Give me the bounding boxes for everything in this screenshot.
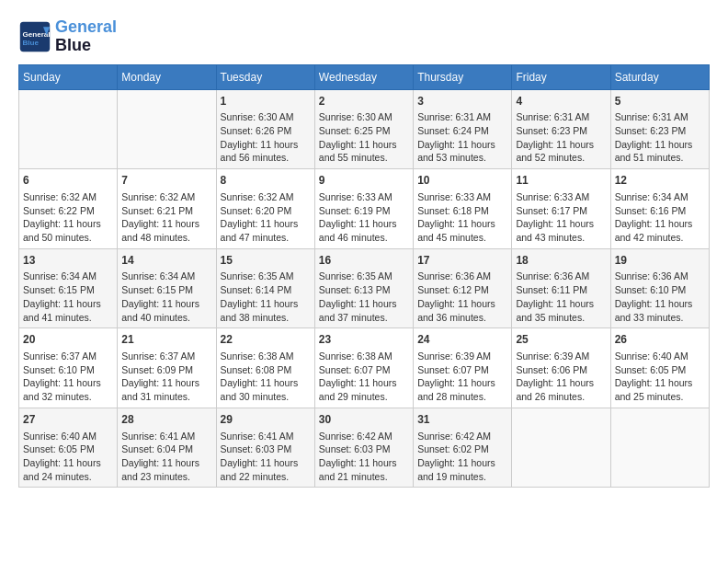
day-number: 11 — [516, 173, 606, 189]
day-info: Sunrise: 6:31 AM — [615, 110, 705, 124]
day-info: Sunrise: 6:38 AM — [221, 350, 311, 363]
day-number: 18 — [516, 253, 606, 269]
calendar-cell: 22Sunrise: 6:38 AMSunset: 6:08 PMDayligh… — [216, 328, 314, 408]
day-number: 25 — [516, 332, 606, 348]
calendar-cell: 14Sunrise: 6:34 AMSunset: 6:15 PMDayligh… — [118, 248, 216, 328]
day-info: Daylight: 11 hours and 28 minutes. — [417, 376, 507, 403]
day-info: Daylight: 11 hours and 45 minutes. — [417, 217, 507, 244]
calendar-cell: 29Sunrise: 6:41 AMSunset: 6:03 PMDayligh… — [216, 408, 314, 488]
week-row-3: 20Sunrise: 6:37 AMSunset: 6:10 PMDayligh… — [19, 328, 710, 408]
day-info: Sunset: 6:03 PM — [221, 442, 311, 456]
calendar-cell — [19, 89, 118, 169]
day-info: Daylight: 11 hours and 48 minutes. — [121, 217, 211, 244]
day-number: 30 — [319, 412, 409, 428]
week-row-1: 6Sunrise: 6:32 AMSunset: 6:22 PMDaylight… — [19, 169, 710, 249]
calendar-cell: 8Sunrise: 6:32 AMSunset: 6:20 PMDaylight… — [216, 169, 314, 249]
page-header: General Blue GeneralBlue — [18, 18, 710, 55]
day-info: Sunset: 6:23 PM — [615, 124, 705, 138]
day-info: Sunset: 6:16 PM — [615, 204, 705, 218]
day-info: Sunset: 6:07 PM — [319, 363, 409, 377]
day-number: 10 — [417, 173, 507, 189]
day-info: Sunrise: 6:35 AM — [221, 270, 311, 283]
day-info: Daylight: 11 hours and 19 minutes. — [417, 456, 507, 483]
day-info: Daylight: 11 hours and 25 minutes. — [615, 376, 705, 403]
calendar-cell: 16Sunrise: 6:35 AMSunset: 6:13 PMDayligh… — [314, 248, 413, 328]
day-info: Sunrise: 6:30 AM — [221, 110, 311, 124]
day-info: Daylight: 11 hours and 47 minutes. — [221, 217, 311, 244]
day-info: Sunrise: 6:39 AM — [417, 350, 507, 363]
header-row: SundayMondayTuesdayWednesdayThursdayFrid… — [19, 64, 710, 89]
day-info: Sunset: 6:20 PM — [221, 204, 311, 218]
day-number: 20 — [23, 332, 113, 348]
day-info: Sunset: 6:26 PM — [221, 124, 311, 138]
calendar-cell: 11Sunrise: 6:33 AMSunset: 6:17 PMDayligh… — [512, 169, 610, 249]
day-info: Sunrise: 6:32 AM — [23, 190, 113, 204]
header-cell-tuesday: Tuesday — [216, 64, 314, 89]
day-info: Sunset: 6:12 PM — [417, 283, 507, 297]
day-info: Daylight: 11 hours and 51 minutes. — [615, 138, 705, 165]
day-number: 23 — [319, 332, 409, 348]
week-row-4: 27Sunrise: 6:40 AMSunset: 6:05 PMDayligh… — [19, 408, 710, 488]
calendar-cell: 20Sunrise: 6:37 AMSunset: 6:10 PMDayligh… — [19, 328, 118, 408]
day-info: Daylight: 11 hours and 24 minutes. — [23, 456, 113, 483]
day-info: Daylight: 11 hours and 37 minutes. — [319, 297, 409, 324]
day-info: Sunrise: 6:34 AM — [121, 270, 211, 283]
calendar-cell: 3Sunrise: 6:31 AMSunset: 6:24 PMDaylight… — [414, 89, 512, 169]
day-info: Sunset: 6:05 PM — [23, 442, 113, 456]
header-cell-monday: Monday — [118, 64, 216, 89]
day-info: Sunrise: 6:34 AM — [23, 270, 113, 283]
day-info: Sunset: 6:14 PM — [221, 283, 311, 297]
day-info: Sunrise: 6:33 AM — [417, 190, 507, 204]
day-info: Sunset: 6:15 PM — [23, 283, 113, 297]
day-info: Sunrise: 6:36 AM — [615, 270, 705, 283]
day-info: Sunset: 6:15 PM — [121, 283, 211, 297]
calendar-cell: 21Sunrise: 6:37 AMSunset: 6:09 PMDayligh… — [118, 328, 216, 408]
day-info: Sunset: 6:08 PM — [221, 363, 311, 377]
day-info: Sunrise: 6:41 AM — [221, 430, 311, 443]
day-number: 29 — [221, 412, 311, 428]
day-number: 1 — [221, 94, 311, 109]
calendar-body: 1Sunrise: 6:30 AMSunset: 6:26 PMDaylight… — [19, 89, 710, 488]
day-info: Sunset: 6:02 PM — [417, 442, 507, 456]
day-info: Daylight: 11 hours and 55 minutes. — [319, 138, 409, 165]
day-number: 19 — [615, 253, 705, 269]
calendar-cell: 9Sunrise: 6:33 AMSunset: 6:19 PMDaylight… — [314, 169, 413, 249]
calendar-cell: 5Sunrise: 6:31 AMSunset: 6:23 PMDaylight… — [610, 89, 709, 169]
day-number: 8 — [221, 173, 311, 189]
day-info: Sunrise: 6:42 AM — [319, 430, 409, 443]
day-info: Sunrise: 6:32 AM — [121, 190, 211, 204]
day-info: Daylight: 11 hours and 36 minutes. — [417, 297, 507, 324]
day-number: 7 — [121, 173, 211, 189]
day-info: Daylight: 11 hours and 38 minutes. — [221, 297, 311, 324]
day-number: 26 — [615, 332, 705, 348]
week-row-2: 13Sunrise: 6:34 AMSunset: 6:15 PMDayligh… — [19, 248, 710, 328]
day-info: Daylight: 11 hours and 50 minutes. — [23, 217, 113, 244]
day-number: 14 — [121, 253, 211, 269]
calendar-cell: 13Sunrise: 6:34 AMSunset: 6:15 PMDayligh… — [19, 248, 118, 328]
day-info: Daylight: 11 hours and 56 minutes. — [221, 138, 311, 165]
day-info: Daylight: 11 hours and 21 minutes. — [319, 456, 409, 483]
header-cell-sunday: Sunday — [19, 64, 118, 89]
day-info: Daylight: 11 hours and 30 minutes. — [221, 376, 311, 403]
day-info: Sunset: 6:07 PM — [417, 363, 507, 377]
day-info: Sunset: 6:09 PM — [121, 363, 211, 377]
calendar-cell: 1Sunrise: 6:30 AMSunset: 6:26 PMDaylight… — [216, 89, 314, 169]
day-info: Sunset: 6:13 PM — [319, 283, 409, 297]
day-info: Sunset: 6:23 PM — [516, 124, 606, 138]
day-number: 15 — [221, 253, 311, 269]
logo-text: GeneralBlue — [55, 18, 117, 55]
calendar-cell: 12Sunrise: 6:34 AMSunset: 6:16 PMDayligh… — [610, 169, 709, 249]
day-info: Sunset: 6:04 PM — [121, 442, 211, 456]
day-number: 3 — [417, 94, 507, 109]
day-info: Sunrise: 6:36 AM — [516, 270, 606, 283]
svg-text:Blue: Blue — [23, 39, 40, 47]
day-info: Sunrise: 6:37 AM — [23, 350, 113, 363]
day-info: Daylight: 11 hours and 33 minutes. — [615, 297, 705, 324]
day-info: Daylight: 11 hours and 46 minutes. — [319, 217, 409, 244]
day-number: 5 — [615, 94, 705, 109]
day-info: Sunrise: 6:40 AM — [615, 350, 705, 363]
calendar-cell: 28Sunrise: 6:41 AMSunset: 6:04 PMDayligh… — [118, 408, 216, 488]
day-number: 2 — [319, 94, 409, 109]
calendar-cell: 30Sunrise: 6:42 AMSunset: 6:03 PMDayligh… — [314, 408, 413, 488]
day-info: Sunrise: 6:42 AM — [417, 430, 507, 443]
